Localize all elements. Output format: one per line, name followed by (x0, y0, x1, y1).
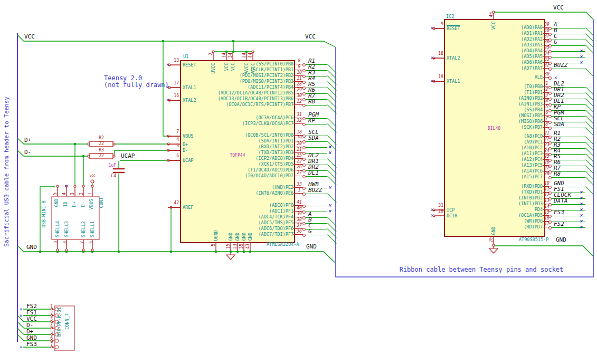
usb-shell3-name: SHELL3 (63, 221, 70, 237)
net-label-dplus: D+ (24, 137, 31, 143)
usb-pin-num-cell: 4 (62, 187, 71, 197)
u1-pin-dminus: 3 (167, 146, 181, 151)
conn7-value: B7K-PH-K-S1 (56, 307, 62, 337)
u1-pin-row: (TXD/INT3)PD3 21 ✕ (214, 150, 344, 156)
u1-pin-row: (ADC0)PF0 41 ✕ (214, 203, 344, 208)
r2-value: 22 (90, 142, 113, 146)
ic2-pin-row: (AD7)PA7 32 BUZZ ✕ (511, 65, 597, 71)
no-connect-icon: ✕ (328, 185, 331, 190)
usb-shell4-num: 9 (54, 241, 59, 244)
no-connect-icon: ✕ (580, 225, 582, 229)
net-label-vcc-left: VCC (24, 34, 35, 40)
conn7-pin-row: ✕ D- 4 (19, 325, 53, 331)
u1-pin-vbus-name: VBUS (183, 133, 193, 139)
u1-pin-row: (PDO/MISO/PCINT3)PB3 11 R4 ✕ (214, 79, 344, 84)
no-connect-icon: ✕ (20, 307, 22, 312)
ic2-pin-ale: ALE 30 ✕ (511, 74, 597, 80)
u1-pin-row: (SDA/INT1)PD1 19 SDA ✕ (214, 138, 344, 144)
ic2-pin-vcc-name: VCC (490, 22, 497, 30)
u1-pin-num: 34 (228, 53, 233, 58)
ribbon-note: Ribbon cable between Teensy pins and soc… (369, 266, 593, 273)
no-connect-icon: ✕ (580, 49, 582, 53)
u1-pin-num: 24 (242, 53, 247, 58)
ic2-pin-oc1b-name: OC1B (447, 213, 457, 218)
net-label-gnd-right: GND (556, 237, 566, 243)
teensy-note-line2: (not fully drawn) (104, 82, 169, 89)
net-label-vcc-mid: VCC (305, 34, 316, 40)
no-connect-icon: ✕ (20, 313, 22, 318)
u1-pin-num: 14 (222, 53, 227, 58)
u1-pin-row: (ADC13/OC1B/OC4B/PCINT13)PB6 30 R7 ✕ (214, 96, 344, 102)
net-label-ucap: UCAP (121, 153, 135, 159)
u1-pin-row: (INT6/AIN0)PE6 1 BUZZ ✕ (214, 190, 344, 196)
u1-pin-xtal2-name: XTAL2 (183, 98, 196, 103)
r3-value: 22 (90, 154, 113, 158)
u1-pin-dminus-name: D- (183, 148, 188, 153)
u1-pin-row: (XCK1/CTS)PD5 22 DR1 ✕ (214, 161, 344, 167)
u1-pin-row: (OC3A/OC4A)PC6 31 PGM ✕ (214, 115, 344, 121)
u1-pin-row: (ADC7/TDI)PF7 36 G ✕ (214, 232, 344, 237)
u1-pin-row: (ICP2/ADC8)PD4 25 DL2 ✕ (214, 156, 344, 161)
u1-pin-row: (RXD/INT2)PD2 20 ✕ (214, 144, 344, 150)
u1-pin-num: 23 (233, 244, 238, 249)
usb-top-pin-numbers: 54321 (53, 187, 97, 197)
u1-pin-row: (OC0B/SCL/INT0)PD0 18 SCL ✕ (214, 132, 344, 138)
usb-pin-num-cell: 5 (53, 187, 62, 197)
usb-pin-name-cell: VBUS (88, 199, 97, 212)
usb-value: USB-MINI-B (41, 200, 47, 227)
usb-shell2-num: 7 (80, 241, 85, 244)
ic2-pin-xtal2-name: XTAL2 (447, 55, 460, 61)
usb-top-pin-names: GNDIDD+D-VBUS (53, 199, 97, 212)
u1-pin-row: (SCLK/PCINT1)PB1 9 R2 ✕ (214, 67, 344, 73)
ic2-pin-reset-name: RESET (447, 26, 460, 31)
no-connect-icon: ✕ (328, 150, 331, 155)
u1-pin-row: (ADC4/TCK)PF4 39 A ✕ (214, 214, 344, 220)
ic2-pin-gnd-name: GND (490, 227, 497, 235)
u1-pin-row: (ICP3/CLK0/OC4A)PC7 32 KP ✕ (214, 121, 344, 127)
net-label-vcc-right: VCC (553, 5, 564, 11)
u1-port-b: (SS/PCINT0)PB0 8 R1 ✕ (SCLK/PCINT1)PB1 9… (214, 61, 344, 108)
usb-vcc-flag-label: VCC (87, 174, 98, 177)
u1-ref: U1 (183, 54, 188, 59)
u1-port-e: (HWB)PE2 33 HWB ✕ (INT6/AIN0)PE6 1 BUZZ … (214, 185, 344, 196)
no-connect-icon: ✕ (580, 190, 582, 195)
no-connect-icon: ✕ (554, 75, 557, 80)
conn7-pin-row: ✕ VCC 3 (19, 319, 53, 325)
usb-shell3-num: 8 (63, 241, 68, 244)
ic2-pin-row: (AD5)PA5 34 ✕ (511, 54, 597, 60)
ic2-ref: IC2 (446, 14, 454, 19)
usb-pin-num-cell: 3 (70, 187, 79, 197)
u1-pin-row: (T1/OC4D/ADC9)PD6 26 DR2 ✕ (214, 167, 344, 173)
c4-ref: C4 (103, 174, 116, 178)
ic2-pin-icp-name: ICP (447, 207, 454, 213)
ic2-port-c: (A8)PC0 21 R1 ✕ (A9)PC1 22 R2 ✕ (A10)PC2… (511, 133, 597, 180)
gnd-symbol-icon (226, 248, 498, 260)
usb-pin-name-cell: GND (53, 199, 62, 212)
usb-pin-name-cell: ID (62, 199, 71, 212)
u1-pin-aref-name: AREF (183, 205, 193, 210)
r3-ref: R3 (90, 148, 113, 152)
u1-port-d: (OC0B/SCL/INT0)PD0 18 SCL ✕ (SDA/INT1)PD… (214, 132, 344, 179)
ic2-pin-row: (OC1A)PD5 15 FS3 ✕ (511, 213, 597, 218)
conn7-ref: CONN_7 (64, 313, 70, 330)
ic2-pin-row: (RD)PD7 17 FS2 ✕ (511, 224, 597, 230)
no-connect-icon: ✕ (580, 213, 582, 218)
c4-value: 1uF (103, 163, 116, 168)
net-label-gnd-left: GND (26, 244, 37, 250)
ic2-pin-xtal2: ✕18 (431, 53, 445, 59)
no-connect-icon: ✕ (580, 54, 582, 59)
u1-port-f: (ADC0)PF0 41 ✕ (ADC1)PF1 40 ✕ (ADC4/TCK)… (214, 203, 344, 237)
u1-pin-ucap: 6 (167, 156, 181, 161)
usb-pin-num-cell: 2 (79, 187, 88, 197)
schematic-sheet: Teensy 2.0 (not fully drawn) Ribbon cabl… (0, 0, 597, 364)
teensy-note: Teensy 2.0 (not fully drawn) (104, 75, 169, 89)
u1-pin-aref: 42 (167, 203, 181, 208)
ic2-pin-xtal1: ✕19 (431, 76, 445, 82)
u1-pin-num: 5 (211, 244, 216, 246)
no-connect-icon: ✕ (580, 60, 582, 65)
c4-plates (113, 169, 125, 173)
no-connect-icon: ✕ (328, 203, 331, 208)
ic2-pin-gnd-num: 20 (489, 237, 494, 243)
usb-cable-note: Sacrificial USB cable from header to Tee… (3, 97, 10, 247)
ic2-value: AT90S8515-P (519, 237, 548, 242)
